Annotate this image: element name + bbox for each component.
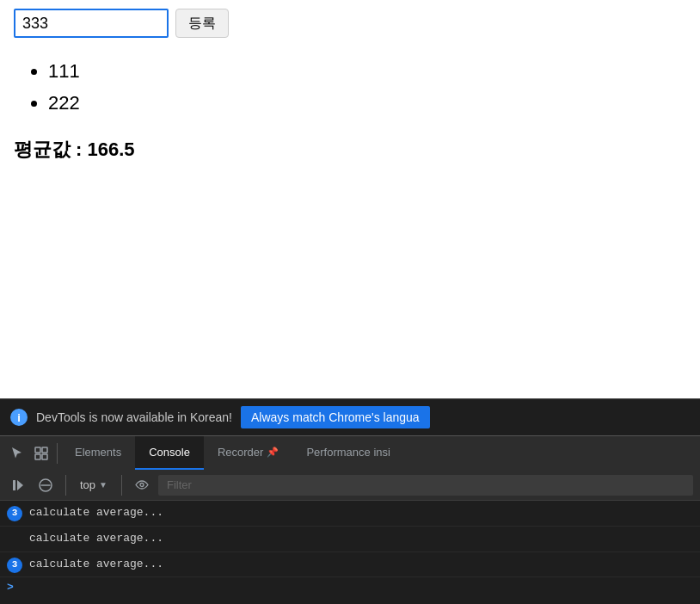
- svg-point-8: [140, 484, 144, 487]
- svg-marker-5: [17, 480, 23, 490]
- page-content: 등록 111 222 평균값 : 166.5: [0, 0, 700, 171]
- number-input[interactable]: [14, 9, 169, 38]
- list-item: 111: [48, 55, 686, 87]
- tab-recorder[interactable]: Recorder 📌: [204, 436, 292, 470]
- prompt-symbol: >: [7, 581, 14, 594]
- tab-console[interactable]: Console: [135, 436, 204, 470]
- log-entry-3: 3 calculate average...: [0, 552, 700, 578]
- play-icon[interactable]: [7, 474, 29, 496]
- eye-icon[interactable]: [131, 474, 153, 496]
- log-text-1: calculate average...: [29, 504, 163, 522]
- devtools-top-bar: Elements Console Recorder 📌 Performance …: [0, 435, 700, 470]
- input-row: 등록: [14, 9, 686, 38]
- log-entry-2: calculate average...: [0, 527, 700, 552]
- console-prompt[interactable]: >: [0, 577, 700, 597]
- devtools-panel: i DevTools is now available in Korean! A…: [0, 398, 700, 604]
- banner-text: DevTools is now available in Korean!: [36, 410, 232, 424]
- inspect-icon[interactable]: [29, 441, 53, 465]
- register-button[interactable]: 등록: [175, 9, 229, 38]
- console-log-area: 3 calculate average... calculate average…: [0, 501, 700, 604]
- console-divider-2: [121, 475, 122, 496]
- svg-rect-1: [42, 447, 47, 453]
- info-icon: i: [10, 409, 28, 426]
- svg-rect-4: [13, 480, 15, 490]
- log-badge-3: 3: [7, 558, 22, 573]
- clear-icon[interactable]: [34, 474, 57, 496]
- average-display: 평균값 : 166.5: [14, 137, 686, 163]
- top-label: top: [80, 478, 95, 491]
- list-section: 111 222: [31, 55, 686, 120]
- log-entry-1: 3 calculate average...: [0, 501, 700, 527]
- svg-rect-3: [42, 454, 47, 459]
- log-text-3: calculate average...: [29, 556, 163, 574]
- log-badge-1: 3: [7, 506, 22, 521]
- svg-rect-2: [35, 454, 40, 459]
- console-toolbar: top ▼: [0, 470, 700, 501]
- dropdown-arrow-icon: ▼: [99, 480, 107, 490]
- context-dropdown[interactable]: top ▼: [75, 476, 113, 494]
- recorder-icon: 📌: [267, 447, 279, 458]
- log-text-2: calculate average...: [29, 530, 163, 548]
- number-list: 111 222: [31, 55, 686, 120]
- list-item: 222: [48, 87, 686, 119]
- filter-input[interactable]: [158, 475, 693, 496]
- toolbar-divider: [57, 443, 58, 464]
- tab-performance[interactable]: Performance insi: [292, 436, 404, 470]
- console-divider: [65, 475, 66, 496]
- banner-action-button[interactable]: Always match Chrome's langua: [241, 406, 430, 428]
- svg-rect-0: [35, 447, 40, 453]
- tab-elements[interactable]: Elements: [61, 436, 135, 470]
- cursor-icon[interactable]: [5, 441, 29, 465]
- devtools-banner: i DevTools is now available in Korean! A…: [0, 398, 700, 435]
